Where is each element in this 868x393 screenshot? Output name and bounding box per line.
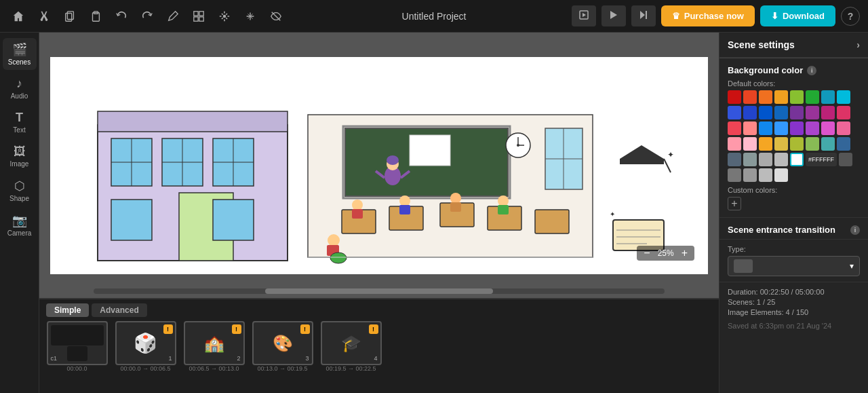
zoom-in-button[interactable]: + [679, 247, 690, 259]
color-swatch[interactable] [774, 168, 788, 182]
color-swatch[interactable] [759, 153, 772, 166]
pan-button[interactable] [214, 7, 235, 25]
draw-button[interactable] [163, 7, 183, 25]
sidebar-item-image[interactable]: 🖼 Image [3, 141, 37, 172]
canvas-scrollbar[interactable] [94, 288, 665, 294]
color-swatch[interactable] [821, 106, 835, 119]
color-swatch[interactable] [759, 137, 772, 151]
svg-rect-17 [98, 111, 288, 132]
add-color-button[interactable]: + [728, 197, 741, 210]
color-swatch[interactable] [743, 153, 757, 166]
canvas-wrapper[interactable]: ✦ ✦ − 25% + [39, 33, 719, 298]
color-swatch[interactable] [790, 137, 804, 151]
color-swatch[interactable] [806, 121, 819, 135]
tab-advanced[interactable]: Advanced [92, 303, 146, 317]
toolbar-left [8, 7, 286, 25]
color-swatch[interactable] [839, 153, 852, 166]
color-swatch[interactable] [743, 106, 757, 119]
color-swatch[interactable] [821, 137, 835, 151]
tab-simple[interactable]: Simple [46, 303, 89, 317]
svg-marker-11 [583, 13, 586, 17]
timeline-tabs: Simple Advanced [39, 299, 719, 321]
sidebar-item-shape[interactable]: ⬡ Shape [3, 174, 37, 206]
color-swatch[interactable] [743, 90, 757, 104]
scenes-icon: 🎬 [12, 42, 27, 57]
download-button[interactable]: ⬇ Download [760, 5, 835, 26]
color-swatch[interactable] [728, 137, 741, 151]
color-swatch[interactable] [821, 121, 835, 135]
c1-icon-top [51, 325, 104, 345]
sidebar-item-scenes[interactable]: 🎬 Scenes [3, 38, 37, 70]
color-swatch[interactable] [759, 121, 772, 135]
snap-button[interactable] [240, 7, 260, 25]
color-swatch[interactable] [728, 106, 741, 119]
color-swatch[interactable] [774, 106, 788, 119]
scene-thumb-1[interactable]: 🎲 ! 1 00:00.0 → 00:06.5 [113, 321, 178, 372]
sidebar-audio-label: Audio [11, 92, 28, 100]
color-swatch[interactable] [821, 90, 835, 104]
bg-color-info-icon[interactable]: i [807, 66, 816, 75]
scene-2-icon: 🏫 [204, 334, 224, 353]
scene-1-icon: 🎲 [134, 332, 157, 354]
preview-button[interactable] [572, 5, 596, 26]
transition-type-dropdown[interactable]: ▾ [728, 256, 860, 276]
color-swatch[interactable] [837, 137, 850, 151]
play-from-start-button[interactable] [601, 5, 626, 26]
sidebar-item-audio[interactable]: ♪ Audio [3, 73, 37, 104]
svg-rect-1 [66, 13, 72, 21]
grid-button[interactable] [189, 7, 209, 25]
color-swatch[interactable] [759, 106, 772, 119]
color-swatch[interactable] [837, 121, 850, 135]
color-swatch[interactable] [728, 121, 741, 135]
transition-info-icon[interactable]: i [850, 225, 860, 235]
color-swatch[interactable] [790, 106, 804, 119]
color-swatch[interactable] [728, 153, 741, 166]
zoom-out-button[interactable]: − [641, 247, 652, 259]
color-swatch[interactable] [743, 121, 757, 135]
header-title: Untitled Project [402, 11, 467, 22]
scene-thumb-2[interactable]: 🏫 ! 2 00:06.5 → 00:13.0 [182, 321, 246, 372]
play-scene-button[interactable] [631, 5, 656, 26]
copy-button[interactable] [60, 7, 80, 25]
sidebar-item-camera[interactable]: 📷 Camera [3, 209, 37, 241]
visibility-button[interactable] [266, 7, 286, 25]
scene-4-time: 00:19.5 → 00:22.5 [326, 365, 376, 372]
right-panel: Scene settings › Background color i Defa… [719, 33, 868, 393]
sidebar-item-text[interactable]: T Text [3, 107, 37, 138]
scene-thumb-4[interactable]: 🎓 ! 4 00:19.5 → 00:22.5 [319, 321, 383, 372]
color-swatch[interactable] [774, 90, 788, 104]
color-swatch[interactable] [728, 90, 741, 104]
paste-button[interactable] [85, 7, 106, 25]
color-swatch[interactable] [743, 168, 757, 182]
undo-button[interactable] [111, 7, 132, 25]
color-swatch[interactable] [837, 106, 850, 119]
purchase-button[interactable]: ♛ Purchase now [661, 5, 755, 26]
color-swatch[interactable] [728, 168, 741, 182]
color-swatch[interactable] [759, 168, 772, 182]
redo-button[interactable] [137, 7, 157, 25]
scene-thumb-c1[interactable]: c1 00:00.0 [45, 321, 109, 372]
color-swatch[interactable] [790, 90, 804, 104]
color-swatch[interactable] [759, 90, 772, 104]
color-swatch[interactable] [743, 137, 757, 151]
color-swatch[interactable] [774, 137, 788, 151]
panel-collapse-icon[interactable]: › [856, 39, 860, 50]
scene-3-icon: 🎨 [273, 334, 293, 353]
color-swatch-selected[interactable] [790, 153, 804, 166]
home-button[interactable] [8, 7, 28, 25]
color-swatch[interactable] [774, 153, 788, 166]
scene-3-number: 3 [305, 355, 309, 362]
color-swatch[interactable] [774, 121, 788, 135]
color-swatch[interactable] [806, 90, 819, 104]
color-swatch[interactable] [790, 121, 804, 135]
cut-button[interactable] [34, 7, 54, 25]
color-swatch[interactable] [806, 137, 819, 151]
color-swatch[interactable] [837, 90, 850, 104]
svg-point-57 [498, 195, 509, 206]
color-swatch[interactable] [806, 106, 819, 119]
scene-thumb-3[interactable]: 🎨 ! 3 00:13.0 → 00:19.5 [250, 321, 315, 372]
scene-3-time: 00:13.0 → 00:19.5 [257, 365, 307, 372]
timeline-scenes: c1 00:00.0 🎲 ! 1 00:00.0 → 00:06.5 [39, 321, 719, 372]
help-button[interactable]: ? [841, 7, 860, 26]
scene-3-preview: 🎨 ! 3 [252, 321, 313, 365]
